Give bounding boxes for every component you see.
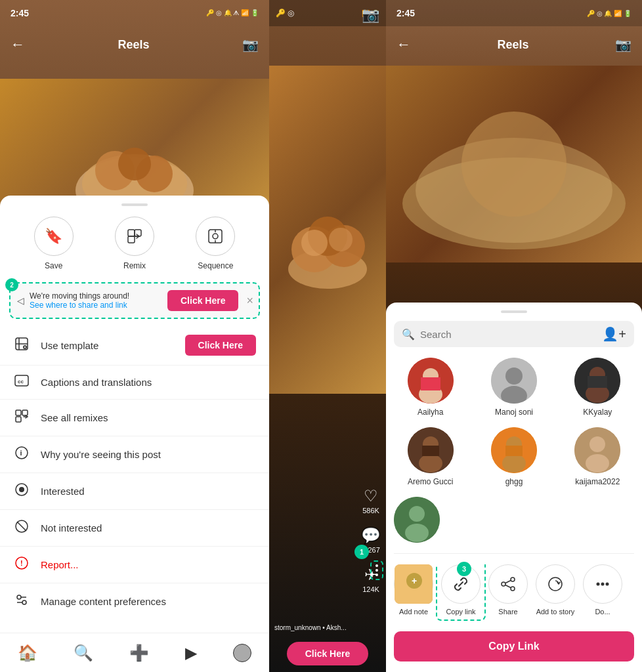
menu-manage-prefs[interactable]: Manage content preferences (0, 583, 269, 620)
add-story-circle (536, 564, 575, 604)
status-icons-left: 🔑 ◎ 🔔 ᗑ 📶 🔋 (206, 9, 259, 17)
svg-line-74 (505, 585, 511, 588)
reels-header-right: ← Reels 📷 (386, 26, 642, 63)
svg-point-9 (213, 234, 218, 239)
click-here-button-left[interactable]: Click Here (167, 290, 238, 311)
dot3 (375, 574, 378, 576)
notification-link[interactable]: See where to share and link (30, 301, 157, 310)
menu-see-remixes[interactable]: See all remixes (0, 400, 269, 436)
menu-use-template[interactable]: Use template Click Here (0, 326, 269, 366)
add-person-icon[interactable]: 👤+ (602, 326, 626, 342)
add-note-img: + (395, 564, 433, 604)
why-seeing-icon: i (13, 446, 30, 463)
share-circle (488, 564, 528, 604)
bottom-nav: 🏠 🔍 ➕ ▶ (0, 633, 269, 672)
quick-add-story[interactable]: Add to story (536, 564, 575, 616)
share-handle (501, 310, 527, 313)
camera-icon-mid[interactable]: 📷 (362, 7, 379, 24)
use-template-icon (13, 337, 30, 354)
interested-icon (13, 482, 30, 500)
avatar-partial-1 (394, 497, 440, 543)
svg-text:+: + (412, 576, 417, 586)
captions-label: Captions and translations (41, 377, 152, 388)
reels-title-left: Reels (118, 38, 149, 52)
search-input[interactable] (420, 329, 597, 340)
contact-partial-1[interactable] (394, 497, 440, 543)
close-notification[interactable]: × (246, 294, 253, 308)
heart-action[interactable]: ♡ 586K (362, 487, 379, 514)
svg-point-76 (597, 583, 600, 586)
heart-icon: ♡ (364, 487, 378, 505)
quick-more[interactable]: Do... (583, 564, 622, 616)
status-bar-left: 2:45 🔑 ◎ 🔔 ᗑ 📶 🔋 (0, 0, 269, 26)
reels-header-left: ← Reels 📷 (0, 26, 269, 63)
quick-add-note[interactable]: + Add note (394, 564, 433, 616)
three-dots-dashed[interactable] (370, 560, 383, 580)
svg-point-37 (301, 230, 328, 256)
menu-interested[interactable]: Interested (0, 473, 269, 510)
notification-title: We're moving things around! (30, 291, 157, 301)
menu-captions[interactable]: cc Captions and translations (0, 366, 269, 400)
remix-label: Remix (123, 261, 146, 270)
contact-ghgg[interactable]: ghgg (477, 427, 550, 486)
bottom-sheet-left: 🔖 Save Remix (0, 196, 269, 633)
nav-home[interactable]: 🏠 (18, 644, 37, 662)
nav-search[interactable]: 🔍 (74, 644, 93, 662)
menu-why-seeing[interactable]: i Why you're seeing this post (0, 436, 269, 473)
click-here-mid-button[interactable]: Click Here (287, 642, 368, 665)
not-interested-label: Not interested (41, 522, 102, 534)
back-button-left[interactable]: ← (11, 36, 25, 53)
manage-prefs-icon (13, 593, 30, 610)
svg-line-28 (17, 522, 26, 531)
svg-point-72 (511, 587, 515, 591)
notification-banner: 2 ◁ We're moving things around! See wher… (11, 284, 259, 318)
svg-point-71 (511, 578, 515, 581)
use-template-btn[interactable]: Click Here (185, 335, 256, 356)
contacts-grid: Aailyha Manoj soni (386, 358, 642, 497)
svg-rect-45 (421, 377, 440, 390)
nav-create[interactable]: ➕ (129, 644, 149, 662)
contact-name-ghgg: ghgg (505, 477, 523, 486)
more-contacts-row (386, 497, 642, 553)
svg-rect-7 (128, 236, 135, 243)
menu-not-interested[interactable]: Not interested (0, 510, 269, 547)
action-sequence[interactable]: Sequence (196, 217, 235, 270)
nav-reels[interactable]: ▶ (185, 644, 197, 662)
svg-rect-20 (16, 410, 21, 415)
contact-aremo[interactable]: Aremo Gucci (394, 427, 467, 486)
svg-point-78 (606, 583, 609, 586)
menu-report[interactable]: ! Report... (0, 547, 269, 583)
back-button-right[interactable]: ← (396, 36, 411, 53)
action-remix[interactable]: Remix (115, 217, 154, 270)
svg-point-26 (19, 487, 24, 492)
camera-icon-right[interactable]: 📷 (615, 37, 631, 52)
left-panel: 2:45 🔑 ◎ 🔔 ᗑ 📶 🔋 ← Reels 📷 🏠 🔍 ➕ ▶ 🔖 Sav… (0, 0, 269, 672)
not-interested-icon (13, 519, 30, 537)
quick-actions-container: + Add note Copy link (386, 564, 642, 626)
avatar-kaijama (574, 427, 620, 473)
contact-manoj[interactable]: Manoj soni (477, 358, 550, 417)
manage-prefs-label: Manage content preferences (41, 596, 166, 607)
remixes-icon (13, 409, 30, 427)
save-icon-circle: 🔖 (34, 217, 74, 256)
add-story-label: Add to story (536, 608, 575, 616)
svg-text:i: i (20, 449, 22, 457)
action-save[interactable]: 🔖 Save (34, 217, 74, 270)
contact-kkyalay[interactable]: KKyalay (561, 358, 634, 417)
contact-kaijama[interactable]: kaijama2022 (561, 427, 634, 486)
click-here-mid-area: Click Here (269, 642, 386, 665)
svg-point-66 (405, 524, 429, 542)
avatar-manoj (491, 358, 537, 404)
search-bar[interactable]: 🔍 👤+ (394, 321, 634, 347)
avatar-aailyha (408, 358, 454, 404)
contact-aailyha[interactable]: Aailyha (394, 358, 467, 417)
sheet-divider (394, 553, 634, 554)
comment-icon: 💬 (361, 526, 381, 545)
badge-1: 1 (354, 545, 369, 559)
nav-profile[interactable] (233, 644, 251, 662)
quick-share[interactable]: Share (488, 564, 528, 616)
camera-icon-left[interactable]: 📷 (242, 37, 259, 52)
time-left: 2:45 (11, 8, 29, 18)
sheet-handle-left (121, 203, 148, 206)
copy-link-button[interactable]: Copy Link (394, 631, 634, 662)
